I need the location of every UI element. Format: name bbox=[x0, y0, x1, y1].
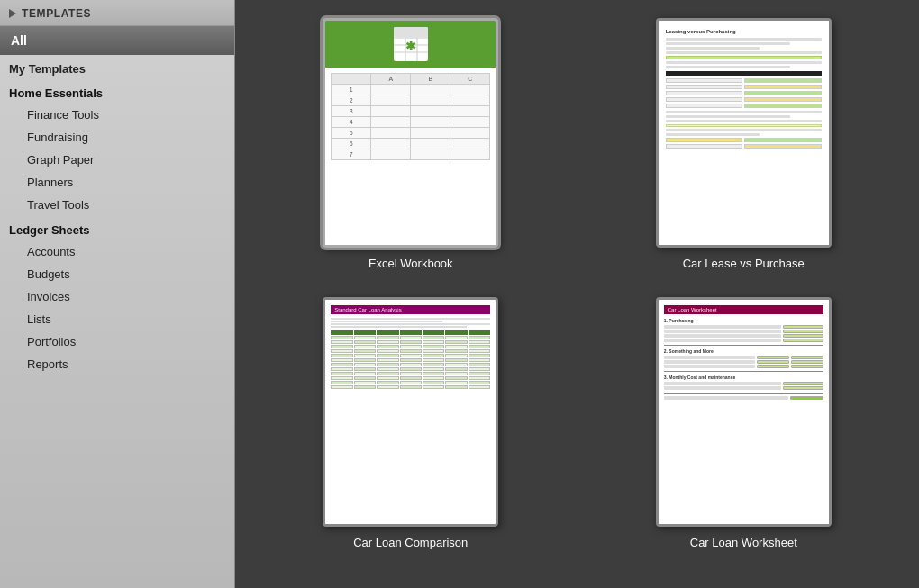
svg-text:✱: ✱ bbox=[405, 40, 416, 53]
sidebar-item-graph-paper[interactable]: Graph Paper bbox=[0, 149, 234, 171]
sidebar-title: TEMPLATES bbox=[22, 7, 91, 20]
excel-spreadsheet-icon: ✱ bbox=[388, 23, 433, 65]
loan-comp-title: Standard Car Loan Analysis bbox=[331, 305, 490, 314]
sidebar-item-travel-tools[interactable]: Travel Tools bbox=[0, 194, 234, 216]
collapse-icon[interactable] bbox=[9, 9, 16, 18]
template-excel-workbook[interactable]: ✱ A B C 1 bbox=[262, 18, 560, 270]
sidebar-item-fundraising[interactable]: Fundraising bbox=[0, 126, 234, 149]
car-loan-comparison-label: Car Loan Comparison bbox=[353, 536, 468, 549]
sidebar-item-all[interactable]: All bbox=[0, 26, 234, 55]
sidebar-item-portfolios[interactable]: Portfolios bbox=[0, 330, 234, 353]
template-grid: ✱ A B C 1 bbox=[235, 0, 919, 588]
excel-workbook-label: Excel Workbook bbox=[369, 257, 453, 270]
svg-rect-6 bbox=[394, 27, 428, 38]
excel-grid-area: A B C 1 2 3 4 5 6 7 bbox=[325, 68, 496, 245]
sidebar-item-lists[interactable]: Lists bbox=[0, 308, 234, 330]
sidebar-item-ledger-sheets[interactable]: Ledger Sheets bbox=[0, 216, 234, 240]
sidebar-item-invoices[interactable]: Invoices bbox=[0, 285, 234, 308]
car-loan-worksheet-thumb[interactable]: Car Loan Worksheet 1. Purchasing bbox=[656, 297, 832, 527]
car-loan-comparison-thumb[interactable]: Standard Car Loan Analysis bbox=[323, 297, 498, 527]
excel-workbook-thumb[interactable]: ✱ A B C 1 bbox=[323, 18, 498, 248]
sidebar-item-planners[interactable]: Planners bbox=[0, 171, 234, 194]
car-lease-thumb[interactable]: Leasing versus Purchasing bbox=[656, 18, 832, 248]
sidebar-item-my-templates[interactable]: My Templates bbox=[0, 55, 234, 79]
car-lease-label: Car Lease vs Purchase bbox=[683, 257, 805, 270]
sidebar-item-reports[interactable]: Reports bbox=[0, 353, 234, 375]
sidebar-item-home-essentials[interactable]: Home Essentials bbox=[0, 79, 234, 104]
template-car-loan-worksheet[interactable]: Car Loan Worksheet 1. Purchasing bbox=[596, 297, 893, 549]
sidebar-item-accounts[interactable]: Accounts bbox=[0, 240, 234, 263]
car-loan-worksheet-label: Car Loan Worksheet bbox=[690, 536, 797, 549]
sidebar-item-finance-tools[interactable]: Finance Tools bbox=[0, 104, 234, 126]
excel-header: ✱ bbox=[325, 21, 496, 68]
loan-ws-title: Car Loan Worksheet bbox=[664, 305, 823, 314]
sidebar-header: TEMPLATES bbox=[0, 0, 234, 26]
sidebar-item-budgets[interactable]: Budgets bbox=[0, 263, 234, 285]
template-car-lease[interactable]: Leasing versus Purchasing bbox=[596, 18, 893, 270]
sidebar: TEMPLATES All My Templates Home Essentia… bbox=[0, 0, 235, 588]
template-car-loan-comparison[interactable]: Standard Car Loan Analysis bbox=[262, 297, 560, 549]
